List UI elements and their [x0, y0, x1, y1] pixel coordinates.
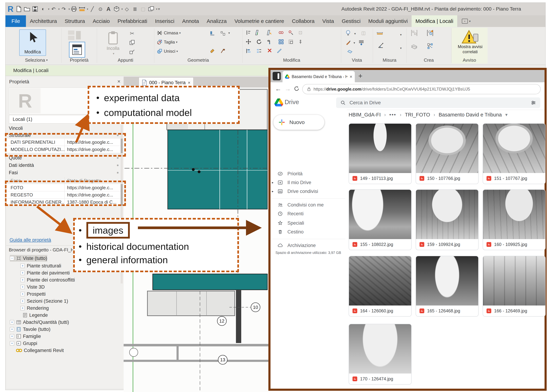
undo-icon[interactable]: ↶	[50, 5, 57, 13]
expand-icon[interactable]: +	[10, 334, 14, 338]
tab-analizza[interactable]: Analizza	[203, 15, 230, 27]
group-fasi[interactable]: Fasi∗	[6, 169, 121, 176]
expand-icon[interactable]: +	[10, 327, 14, 331]
section-modifica[interactable]: Modifica	[242, 57, 341, 63]
override-layers-icon[interactable]	[358, 39, 364, 46]
collapse-icon[interactable]: −	[10, 256, 14, 260]
tab-prefabbricati[interactable]: Prefabbricati	[114, 15, 151, 27]
cimasa-tool[interactable]: Cimasa▾	[157, 30, 181, 36]
tab-acciaio[interactable]: Acciaio	[89, 15, 114, 27]
tree-item-rendering[interactable]: +Rendering	[21, 305, 49, 311]
section-crea[interactable]: Crea	[406, 57, 451, 63]
measure-icon[interactable]	[377, 30, 383, 36]
thin-lines-icon[interactable]: ≣	[131, 5, 139, 13]
pin-icon[interactable]	[297, 39, 304, 45]
ribbon-display-toggle[interactable]: ▪▾	[462, 15, 471, 27]
align-left-icon[interactable]	[245, 48, 252, 54]
tab-collabora[interactable]: Collabora	[288, 15, 318, 27]
sidebar-item-speciali[interactable]: Speciali	[271, 219, 345, 227]
breadcrumb-item-current[interactable]: Basamento David e Tribuna	[439, 112, 502, 118]
tab-modifica-locali[interactable]: Modifica | Locali	[412, 15, 457, 27]
tab-file[interactable]: File	[6, 15, 26, 27]
modify-button[interactable]: Modifica	[19, 29, 46, 56]
file-thumbnail[interactable]	[416, 256, 478, 306]
wall-joins-icon[interactable]	[209, 30, 215, 36]
save-icon[interactable]	[31, 5, 39, 13]
mirror-pane-icon[interactable]	[266, 29, 272, 36]
expand-icon[interactable]: +	[10, 341, 14, 345]
tree-item-piante-pavimenti[interactable]: +Piante dei pavimenti	[21, 270, 70, 276]
model-line-icon[interactable]: ╱	[88, 5, 96, 13]
new-button[interactable]: Nuovo	[273, 115, 324, 130]
tree-item-tavole[interactable]: +Tavole (tutto)	[10, 326, 50, 333]
displace-elements-icon[interactable]	[347, 49, 353, 55]
open-folder-icon[interactable]	[23, 5, 31, 13]
expand-icon[interactable]: +	[21, 264, 25, 268]
align-list-icon[interactable]	[256, 48, 262, 54]
file-card[interactable]: 155 - 108022.jpg	[349, 189, 412, 250]
dropdown-caret-icon[interactable]: ▾	[156, 7, 157, 11]
tab-gestisci[interactable]: Gestisci	[338, 15, 364, 27]
switch-windows-icon[interactable]	[147, 5, 155, 13]
close-tab-icon[interactable]: ×	[350, 74, 352, 79]
dropdown-caret-icon[interactable]: ▾	[58, 7, 60, 11]
print-icon[interactable]	[70, 5, 78, 13]
paint-icon[interactable]	[209, 48, 215, 54]
properties-button[interactable]	[69, 42, 85, 58]
sidebar-item-recenti[interactable]: Recenti	[271, 209, 345, 218]
section-misura[interactable]: Misura	[373, 57, 406, 63]
create-parts-icon[interactable]	[411, 44, 417, 50]
tab-inserisci[interactable]: Inserisci	[151, 15, 178, 27]
expand-icon[interactable]: ▸	[272, 189, 273, 193]
scale-frame-icon[interactable]	[288, 39, 294, 45]
tree-item-prospetti[interactable]: +Prospetti	[21, 291, 46, 297]
breadcrumb-collapsed[interactable]: •••	[389, 112, 396, 118]
copy-icon[interactable]	[129, 39, 135, 46]
file-thumbnail[interactable]	[349, 190, 411, 239]
offset-pane-icon[interactable]	[254, 29, 261, 36]
new-tab-icon[interactable]: +	[358, 72, 362, 80]
angle-dimension-icon[interactable]	[378, 42, 384, 49]
tree-item-gruppi[interactable]: +Gruppi	[10, 340, 37, 347]
file-thumbnail[interactable]	[349, 124, 411, 173]
expand-icon[interactable]: ▸	[272, 181, 273, 184]
tree-item-viste[interactable]: −Viste (tutto)	[10, 255, 47, 262]
file-thumbnail[interactable]	[349, 256, 411, 306]
tab-vista[interactable]: Vista	[318, 15, 338, 27]
expand-icon[interactable]: +	[21, 285, 25, 289]
tab-struttura[interactable]: Struttura	[61, 15, 89, 27]
drive-search-bar[interactable]: Cerca in Drive	[336, 98, 540, 108]
expand-icon[interactable]: +	[21, 271, 25, 275]
close-icon[interactable]: ×	[117, 78, 121, 84]
file-card[interactable]: 149 - 107113.jpg	[349, 123, 412, 184]
tree-item-viste-3d[interactable]: +Viste 3D	[21, 284, 45, 290]
tree-item-abachi[interactable]: +Abachi/Quantità (tutti)	[10, 319, 69, 326]
tree-item-collegamenti[interactable]: Collegamenti Revit	[16, 347, 64, 354]
tab-moduli-aggiuntivi[interactable]: Moduli aggiuntivi	[364, 15, 412, 27]
redo-icon[interactable]: ↷	[60, 5, 67, 13]
file-card[interactable]: 170 - 126474.jpg	[349, 324, 412, 385]
show-warnings-button[interactable]: Mostra avvisi correlati	[457, 29, 483, 56]
offset-elbow-icon[interactable]	[266, 39, 273, 45]
back-icon[interactable]: ←	[275, 85, 281, 92]
rotate-icon[interactable]	[256, 39, 262, 45]
file-thumbnail[interactable]	[416, 190, 478, 239]
breadcrumb-item[interactable]: TRI_FOTO	[405, 112, 430, 118]
sidebar-item-priorita[interactable]: Priorità	[271, 169, 345, 178]
file-card[interactable]: 150 - 107766.jpg	[416, 123, 479, 184]
section-avviso[interactable]: Avviso	[451, 57, 488, 63]
section-geometria[interactable]: Geometria	[154, 57, 242, 63]
tree-item-piante-controsoffitti[interactable]: +Piante dei controsoffitti	[21, 277, 75, 283]
file-card[interactable]: 166 - 126469.jpg	[483, 256, 546, 317]
create-assembly-icon[interactable]	[427, 43, 433, 49]
url-bar[interactable]: https://drive.google.com/drive/folders/1…	[302, 84, 541, 94]
file-card[interactable]: 151 - 107767.jpg	[483, 123, 546, 184]
expand-icon[interactable]: +	[10, 320, 14, 324]
sidebar-item-drive-condivisi[interactable]: ▸Drive condivisi	[271, 187, 345, 196]
file-thumbnail[interactable]	[416, 124, 478, 173]
file-card[interactable]: 164 - 126060.jpg	[349, 256, 412, 317]
group-create-icon[interactable]	[427, 30, 433, 36]
align-icon[interactable]	[245, 29, 252, 36]
dropdown-caret-icon[interactable]: ▾	[87, 7, 88, 11]
search-options-icon[interactable]	[531, 100, 536, 105]
